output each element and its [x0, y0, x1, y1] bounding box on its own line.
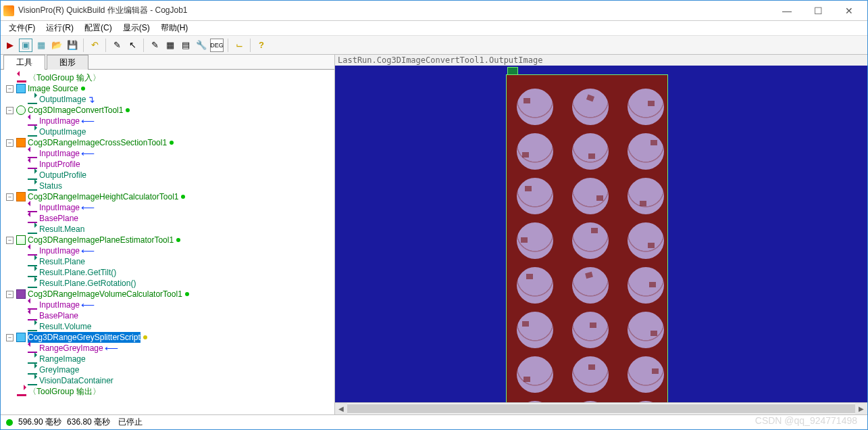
status-state: 已停止 [118, 416, 143, 428]
expander-icon[interactable]: − [6, 334, 14, 341]
undo-button[interactable]: ↶ [88, 39, 101, 52]
tool-3d-image-convert[interactable]: Cog3DImageConvertTool1 [28, 105, 123, 116]
port-get-rotation[interactable]: Result.Plane.GetRotation() [39, 278, 136, 289]
output-arrow-icon [28, 257, 37, 266]
tool-plane-estimator[interactable]: Cog3DRangeImagePlaneEstimatorTool1 [28, 235, 174, 245]
table-button[interactable]: ▦ [163, 39, 177, 52]
menu-help[interactable]: 帮助(H) [157, 21, 193, 35]
tab-tool[interactable]: 工具 [3, 55, 45, 70]
tab-graphic[interactable]: 图形 [47, 55, 88, 70]
port-input-image[interactable]: InputImage [39, 148, 80, 159]
port-base-plane[interactable]: BasePlane [39, 213, 78, 224]
status-dot-icon [143, 335, 147, 339]
port-range-grey-image[interactable]: RangeGreyImage [39, 343, 103, 354]
port-result-mean[interactable]: Result.Mean [39, 224, 84, 235]
window-title: VisionPro(R) QuickBuild 作业编辑器 - CogJob1 [18, 5, 771, 16]
input-arrow-icon [28, 311, 37, 320]
output-arrow-icon [28, 224, 37, 234]
port-output-image[interactable]: OutputImage [39, 94, 86, 105]
port-input-image[interactable]: InputImage [39, 245, 80, 256]
link-arrow-icon: ↴ [87, 95, 95, 103]
menu-display[interactable]: 显示(S) [119, 21, 154, 35]
help-button[interactable]: ? [255, 39, 268, 52]
step-button[interactable]: ▣ [19, 39, 32, 52]
tool-tree[interactable]: 〈ToolGroup 输入〉 −Image Source OutputImage… [1, 70, 334, 414]
expander-icon[interactable]: − [6, 85, 14, 93]
input-arrow-icon [28, 300, 37, 310]
grid-button[interactable]: ▤ [179, 39, 193, 52]
script-button[interactable]: DEG [210, 39, 224, 52]
status-dot-icon [185, 292, 189, 296]
axis-button[interactable]: ⌙ [232, 39, 246, 52]
horizontal-scrollbar[interactable]: ◀ ▶ [335, 402, 867, 414]
image-viewer[interactable] [335, 66, 867, 402]
toolgroup-output[interactable]: 〈ToolGroup 输出〉 [28, 386, 101, 397]
status-time-2: 636.80 毫秒 [67, 416, 110, 428]
plane-est-icon [16, 235, 26, 245]
output-arrow-icon [28, 376, 37, 385]
input-arrow-icon [28, 160, 37, 169]
input-arrow-icon [28, 343, 37, 353]
script-icon [16, 333, 26, 342]
watermark: CSDN @qq_924771498 [755, 415, 857, 426]
port-output-image[interactable]: OutputImage [39, 126, 86, 137]
menu-run[interactable]: 运行(R) [42, 21, 78, 35]
port-grey-image[interactable]: GreyImage [39, 364, 79, 375]
port-vision-data-container[interactable]: VisionDataContainer [39, 375, 113, 386]
output-arrow-icon [28, 354, 37, 364]
wand-button[interactable]: ✎ [110, 39, 124, 52]
port-result-plane[interactable]: Result.Plane [39, 256, 85, 267]
scroll-left-button[interactable]: ◀ [335, 403, 347, 414]
port-input-profile[interactable]: InputProfile [39, 159, 80, 170]
scroll-right-button[interactable]: ▶ [855, 403, 867, 414]
menu-config[interactable]: 配置(C) [80, 21, 116, 35]
arrow-out-icon [17, 387, 26, 396]
single-button[interactable]: ▦ [34, 39, 48, 52]
expander-icon[interactable]: − [6, 107, 14, 114]
tool-height-calc[interactable]: Cog3DRangeImageHeightCalculatorTool1 [28, 191, 178, 202]
convert-icon [16, 105, 26, 115]
input-arrow-icon [28, 116, 37, 126]
link-arrow-icon: ⟵ [81, 204, 95, 212]
port-input-image[interactable]: InputImage [39, 202, 80, 213]
tool-volume-calc[interactable]: Cog3DRangeImageVolumeCalculatorTool1 [28, 289, 182, 300]
run-button[interactable]: ▶ [3, 39, 17, 52]
expander-icon[interactable]: − [6, 139, 14, 147]
input-arrow-icon [28, 149, 37, 158]
left-tabs: 工具 图形 [1, 55, 334, 70]
maximize-button[interactable]: ☐ [802, 1, 834, 20]
port-base-plane[interactable]: BasePlane [39, 310, 78, 321]
save-button[interactable]: 💾 [66, 39, 79, 52]
wrench-button[interactable]: 🔧 [195, 39, 208, 52]
image-caption: LastRun.Cog3DImageConvertTool1.OutputIma… [335, 55, 867, 66]
port-result-volume[interactable]: Result.Volume [39, 321, 91, 332]
expander-icon[interactable]: − [6, 291, 14, 298]
port-output-profile[interactable]: OutputProfile [39, 170, 86, 181]
output-arrow-icon [28, 322, 37, 331]
menu-file[interactable]: 文件(F) [5, 21, 39, 35]
open-button[interactable]: 📂 [50, 39, 63, 52]
minimize-button[interactable]: — [771, 1, 802, 20]
input-arrow-icon [28, 246, 37, 256]
pick-button[interactable]: ↖ [126, 39, 139, 52]
tool-grey-splitter[interactable]: Cog3DRangeGreySplitterScript [28, 332, 141, 343]
expander-icon[interactable]: − [6, 193, 14, 201]
port-get-tilt[interactable]: Result.Plane.GetTilt() [39, 267, 116, 278]
port-status[interactable]: Status [39, 181, 62, 191]
app-icon [3, 5, 14, 16]
die-region [506, 74, 668, 402]
port-range-image[interactable]: RangeImage [39, 354, 86, 364]
output-arrow-icon [28, 268, 37, 277]
edit-button[interactable]: ✎ [148, 39, 161, 52]
port-input-image[interactable]: InputImage [39, 300, 80, 310]
scroll-thumb[interactable] [347, 404, 855, 413]
toolgroup-input[interactable]: 〈ToolGroup 输入〉 [28, 72, 101, 83]
tool-cross-section[interactable]: Cog3DRangeImageCrossSectionTool1 [28, 137, 167, 148]
port-input-image[interactable]: InputImage [39, 116, 80, 126]
height-calc-icon [16, 192, 26, 201]
expander-icon[interactable]: − [6, 237, 14, 244]
volume-calc-icon [16, 289, 26, 299]
disc-grid [517, 89, 657, 402]
close-button[interactable]: ✕ [834, 1, 865, 20]
input-arrow-icon [28, 214, 37, 223]
